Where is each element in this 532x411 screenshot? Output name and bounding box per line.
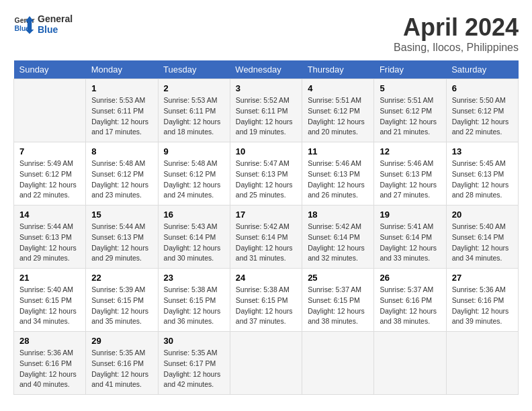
calendar-cell: 1Sunrise: 5:53 AM Sunset: 6:11 PM Daylig… xyxy=(86,79,158,142)
calendar-week-row: 14Sunrise: 5:44 AM Sunset: 6:13 PM Dayli… xyxy=(14,205,519,269)
calendar-cell: 19Sunrise: 5:41 AM Sunset: 6:14 PM Dayli… xyxy=(374,205,446,269)
day-number: 2 xyxy=(164,83,224,93)
day-info: Sunrise: 5:46 AM Sunset: 6:13 PM Dayligh… xyxy=(380,158,440,201)
day-info: Sunrise: 5:36 AM Sunset: 6:16 PM Dayligh… xyxy=(19,348,80,390)
page-title: April 2024 xyxy=(394,13,519,42)
day-number: 11 xyxy=(308,146,368,156)
calendar-cell xyxy=(230,332,302,395)
day-number: 19 xyxy=(380,210,440,220)
day-info: Sunrise: 5:45 AM Sunset: 6:13 PM Dayligh… xyxy=(452,158,513,201)
calendar-cell: 21Sunrise: 5:40 AM Sunset: 6:15 PM Dayli… xyxy=(14,269,86,332)
logo: General Blue General Blue xyxy=(13,13,73,35)
header-day-friday: Friday xyxy=(374,60,446,79)
day-info: Sunrise: 5:48 AM Sunset: 6:12 PM Dayligh… xyxy=(91,158,152,201)
logo-text-general: General xyxy=(38,13,73,24)
day-info: Sunrise: 5:36 AM Sunset: 6:16 PM Dayligh… xyxy=(452,285,513,327)
day-number: 15 xyxy=(91,210,152,220)
calendar-cell xyxy=(446,332,518,395)
day-info: Sunrise: 5:38 AM Sunset: 6:15 PM Dayligh… xyxy=(236,285,296,327)
day-number: 21 xyxy=(19,273,80,283)
day-number: 23 xyxy=(164,273,224,283)
day-info: Sunrise: 5:44 AM Sunset: 6:13 PM Dayligh… xyxy=(91,222,152,264)
day-number: 3 xyxy=(236,83,296,93)
logo-icon: General Blue xyxy=(13,13,35,35)
header: General Blue General Blue April 2024 Bas… xyxy=(13,13,519,54)
day-number: 9 xyxy=(164,146,224,156)
day-info: Sunrise: 5:53 AM Sunset: 6:11 PM Dayligh… xyxy=(91,95,152,138)
calendar-table: SundayMondayTuesdayWednesdayThursdayFrid… xyxy=(13,60,519,395)
day-info: Sunrise: 5:35 AM Sunset: 6:16 PM Dayligh… xyxy=(91,348,152,390)
header-day-saturday: Saturday xyxy=(446,60,518,79)
day-number: 14 xyxy=(19,210,80,220)
day-number: 16 xyxy=(164,210,224,220)
calendar-cell: 23Sunrise: 5:38 AM Sunset: 6:15 PM Dayli… xyxy=(158,269,230,332)
day-number: 7 xyxy=(19,146,80,156)
calendar-cell: 7Sunrise: 5:49 AM Sunset: 6:12 PM Daylig… xyxy=(14,142,86,205)
calendar-week-row: 1Sunrise: 5:53 AM Sunset: 6:11 PM Daylig… xyxy=(14,79,519,142)
day-info: Sunrise: 5:52 AM Sunset: 6:11 PM Dayligh… xyxy=(236,95,296,138)
calendar-cell: 16Sunrise: 5:43 AM Sunset: 6:14 PM Dayli… xyxy=(158,205,230,269)
calendar-week-row: 28Sunrise: 5:36 AM Sunset: 6:16 PM Dayli… xyxy=(14,332,519,395)
calendar-cell: 27Sunrise: 5:36 AM Sunset: 6:16 PM Dayli… xyxy=(446,269,518,332)
day-info: Sunrise: 5:51 AM Sunset: 6:12 PM Dayligh… xyxy=(380,95,440,138)
day-number: 8 xyxy=(91,146,152,156)
day-info: Sunrise: 5:51 AM Sunset: 6:12 PM Dayligh… xyxy=(308,95,368,138)
day-number: 5 xyxy=(380,83,440,93)
day-info: Sunrise: 5:49 AM Sunset: 6:12 PM Dayligh… xyxy=(19,158,80,201)
day-info: Sunrise: 5:50 AM Sunset: 6:12 PM Dayligh… xyxy=(452,95,513,138)
calendar-cell: 25Sunrise: 5:37 AM Sunset: 6:15 PM Dayli… xyxy=(302,269,374,332)
calendar-week-row: 7Sunrise: 5:49 AM Sunset: 6:12 PM Daylig… xyxy=(14,142,519,205)
day-info: Sunrise: 5:42 AM Sunset: 6:14 PM Dayligh… xyxy=(236,222,296,264)
calendar-cell: 14Sunrise: 5:44 AM Sunset: 6:13 PM Dayli… xyxy=(14,205,86,269)
day-info: Sunrise: 5:47 AM Sunset: 6:13 PM Dayligh… xyxy=(236,158,296,201)
calendar-cell: 13Sunrise: 5:45 AM Sunset: 6:13 PM Dayli… xyxy=(446,142,518,205)
calendar-cell: 3Sunrise: 5:52 AM Sunset: 6:11 PM Daylig… xyxy=(230,79,302,142)
day-number: 30 xyxy=(164,336,224,346)
day-number: 10 xyxy=(236,146,296,156)
day-number: 20 xyxy=(452,210,513,220)
calendar-cell xyxy=(14,79,86,142)
day-number: 25 xyxy=(308,273,368,283)
calendar-cell: 30Sunrise: 5:35 AM Sunset: 6:17 PM Dayli… xyxy=(158,332,230,395)
calendar-cell: 20Sunrise: 5:40 AM Sunset: 6:14 PM Dayli… xyxy=(446,205,518,269)
day-number: 22 xyxy=(91,273,152,283)
day-info: Sunrise: 5:40 AM Sunset: 6:15 PM Dayligh… xyxy=(19,285,80,327)
day-info: Sunrise: 5:48 AM Sunset: 6:12 PM Dayligh… xyxy=(164,158,224,201)
calendar-cell xyxy=(302,332,374,395)
header-day-wednesday: Wednesday xyxy=(230,60,302,79)
day-number: 18 xyxy=(308,210,368,220)
logo-text-blue: Blue xyxy=(38,24,73,35)
day-number: 1 xyxy=(91,83,152,93)
calendar-cell: 28Sunrise: 5:36 AM Sunset: 6:16 PM Dayli… xyxy=(14,332,86,395)
calendar-cell xyxy=(374,332,446,395)
day-number: 6 xyxy=(452,83,513,93)
calendar-cell: 11Sunrise: 5:46 AM Sunset: 6:13 PM Dayli… xyxy=(302,142,374,205)
day-number: 24 xyxy=(236,273,296,283)
calendar-cell: 2Sunrise: 5:53 AM Sunset: 6:11 PM Daylig… xyxy=(158,79,230,142)
day-info: Sunrise: 5:42 AM Sunset: 6:14 PM Dayligh… xyxy=(308,222,368,264)
day-info: Sunrise: 5:46 AM Sunset: 6:13 PM Dayligh… xyxy=(308,158,368,201)
calendar-cell: 24Sunrise: 5:38 AM Sunset: 6:15 PM Dayli… xyxy=(230,269,302,332)
calendar-cell: 8Sunrise: 5:48 AM Sunset: 6:12 PM Daylig… xyxy=(86,142,158,205)
day-info: Sunrise: 5:35 AM Sunset: 6:17 PM Dayligh… xyxy=(164,348,224,390)
calendar-body: 1Sunrise: 5:53 AM Sunset: 6:11 PM Daylig… xyxy=(14,79,519,395)
day-info: Sunrise: 5:53 AM Sunset: 6:11 PM Dayligh… xyxy=(164,95,224,138)
day-number: 12 xyxy=(380,146,440,156)
day-number: 17 xyxy=(236,210,296,220)
day-info: Sunrise: 5:41 AM Sunset: 6:14 PM Dayligh… xyxy=(380,222,440,264)
calendar-cell: 10Sunrise: 5:47 AM Sunset: 6:13 PM Dayli… xyxy=(230,142,302,205)
day-number: 28 xyxy=(19,336,80,346)
day-info: Sunrise: 5:44 AM Sunset: 6:13 PM Dayligh… xyxy=(19,222,80,264)
calendar-cell: 18Sunrise: 5:42 AM Sunset: 6:14 PM Dayli… xyxy=(302,205,374,269)
day-info: Sunrise: 5:37 AM Sunset: 6:15 PM Dayligh… xyxy=(308,285,368,327)
calendar-header-row: SundayMondayTuesdayWednesdayThursdayFrid… xyxy=(14,60,519,79)
header-day-sunday: Sunday xyxy=(14,60,86,79)
calendar-cell: 29Sunrise: 5:35 AM Sunset: 6:16 PM Dayli… xyxy=(86,332,158,395)
header-day-thursday: Thursday xyxy=(302,60,374,79)
calendar-week-row: 21Sunrise: 5:40 AM Sunset: 6:15 PM Dayli… xyxy=(14,269,519,332)
calendar-cell: 6Sunrise: 5:50 AM Sunset: 6:12 PM Daylig… xyxy=(446,79,518,142)
day-number: 27 xyxy=(452,273,513,283)
header-day-monday: Monday xyxy=(86,60,158,79)
day-number: 26 xyxy=(380,273,440,283)
page-subtitle: Basing, Ilocos, Philippines xyxy=(394,42,519,54)
